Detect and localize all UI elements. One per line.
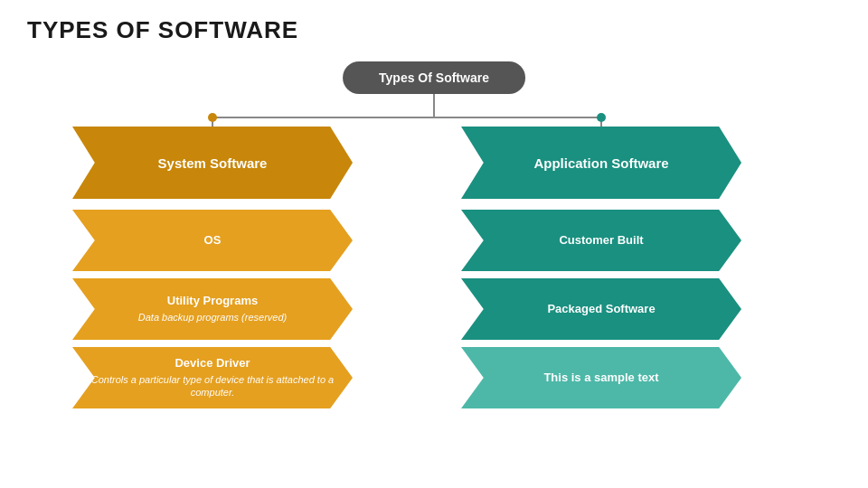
customer-built-box: Customer Built	[461, 210, 741, 271]
application-software-box: Application Software	[461, 127, 741, 199]
os-box: OS	[72, 210, 353, 271]
packaged-software-box: Packaged Software	[461, 278, 741, 340]
application-software-label: Application Software	[533, 155, 668, 171]
left-column: System Software OS Utility Programs Data…	[72, 127, 353, 416]
device-driver-label: Device Driver	[175, 356, 250, 371]
utility-programs-label: Utility Programs	[167, 294, 258, 309]
system-software-box: System Software	[72, 127, 353, 199]
utility-programs-box: Utility Programs Data backup programs (r…	[72, 278, 353, 340]
right-column: Application Software Customer Built Pack…	[461, 127, 741, 416]
utility-programs-desc: Data backup programs (reserved)	[138, 311, 287, 324]
device-driver-desc: Controls a particular type of device tha…	[72, 373, 353, 399]
root-node: Types Of Software	[343, 61, 525, 94]
sample-text-label: This is a sample text	[543, 371, 658, 386]
customer-built-label: Customer Built	[559, 233, 643, 249]
sample-text-box: This is a sample text	[461, 347, 741, 408]
os-label: OS	[204, 233, 222, 249]
packaged-software-label: Packaged Software	[547, 302, 655, 317]
system-software-label: System Software	[158, 155, 268, 171]
svg-point-4	[208, 113, 217, 122]
svg-point-5	[597, 113, 606, 122]
device-driver-box: Device Driver Controls a particular type…	[72, 347, 353, 408]
page-title: TYPES OF SOFTWARE	[27, 16, 298, 44]
